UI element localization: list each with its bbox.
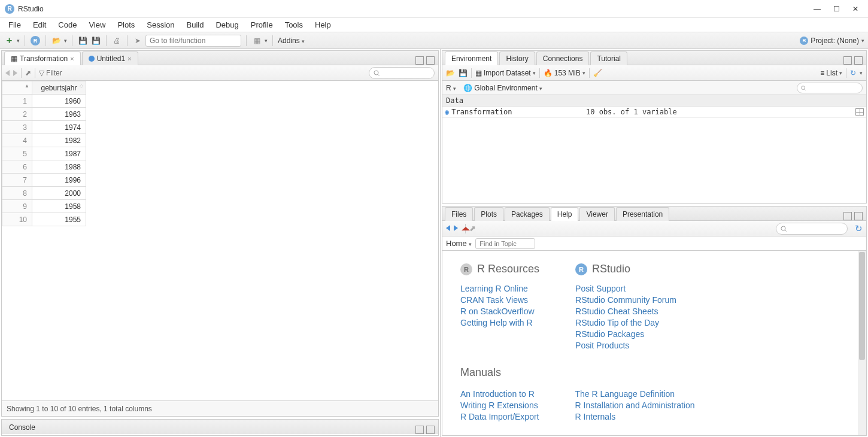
help-forward-button[interactable] [454,224,458,233]
menu-help[interactable]: Help [310,19,336,31]
save-button[interactable]: 💾 [77,35,88,46]
env-tab-environment[interactable]: Environment [445,51,498,65]
print-button[interactable]: 🖨 [111,35,122,46]
table-row[interactable]: 101955 [2,213,86,226]
refresh-env-menu[interactable]: ▾ [860,70,863,76]
manual-link[interactable]: An Introduction to R [460,389,539,399]
filter-button[interactable]: ▽ Filter [39,69,62,77]
cell-value[interactable]: 1987 [32,147,86,160]
minimize-pane-button[interactable] [843,212,852,220]
memory-usage[interactable]: 🔥 153 MiB ▾ [544,69,585,77]
load-workspace-button[interactable]: 📂 [446,69,455,77]
resource-link[interactable]: Learning R Online [460,284,539,293]
rownum-header[interactable]: ▲ [2,81,32,95]
menu-file[interactable]: File [4,19,26,31]
help-tab-presentation[interactable]: Presentation [616,207,669,221]
rstudio-link[interactable]: RStudio Cheat Sheets [575,306,676,316]
data-grid[interactable]: ▲ geburtsjahr◇ 1196021963319744198251987… [2,81,438,400]
popout-button[interactable]: ⬈ [25,69,31,77]
env-tab-history[interactable]: History [499,51,535,65]
menu-edit[interactable]: Edit [28,19,51,31]
rstudio-link[interactable]: Posit Support [575,284,676,293]
menu-debug[interactable]: Debug [211,19,243,31]
dataview-search-input[interactable] [369,67,435,79]
table-row[interactable]: 51987 [2,147,86,160]
help-scrollbar[interactable] [858,251,866,435]
resource-link[interactable]: R on StackOverflow [460,306,539,316]
maximize-pane-button[interactable] [854,56,863,65]
table-row[interactable]: 11960 [2,95,86,108]
help-tab-help[interactable]: Help [551,207,579,221]
list-view-button[interactable]: ≡ List ▾ [820,69,842,77]
env-lang-selector[interactable]: R ▾ [446,84,456,92]
open-recent-menu[interactable]: ▾ [64,38,67,44]
table-row[interactable]: 61988 [2,160,86,174]
table-row[interactable]: 71996 [2,174,86,187]
env-tab-tutorial[interactable]: Tutorial [590,51,627,65]
source-tab-transformation[interactable]: ▦ Transformation × [4,51,81,65]
new-project-button[interactable]: R [30,35,41,46]
save-workspace-button[interactable]: 💾 [459,69,468,77]
column-header[interactable]: geburtsjahr◇ [32,81,86,95]
help-search-input[interactable] [776,223,848,235]
help-content[interactable]: R R Resources Learning R OnlineCRAN Task… [442,251,866,435]
new-file-menu[interactable]: ▾ [17,38,20,44]
goto-file-input[interactable] [145,35,241,47]
rstudio-link[interactable]: RStudio Packages [575,329,676,339]
manual-link[interactable]: The R Language Definition [575,389,695,399]
manual-link[interactable]: R Data Import/Export [460,412,539,421]
rstudio-link[interactable]: RStudio Community Forum [575,295,676,305]
manual-link[interactable]: R Internals [575,412,695,421]
help-refresh-button[interactable]: ↻ [855,223,863,234]
source-tab-untitled1[interactable]: Untitled1 × [82,51,138,65]
minimize-pane-button[interactable] [415,426,424,434]
help-popout-button[interactable]: ⬈ [469,224,476,233]
expand-icon[interactable]: ◉ [445,108,449,116]
cell-value[interactable]: 1996 [32,174,86,187]
scrollbar-thumb[interactable] [859,252,865,360]
close-tab-icon[interactable]: × [128,55,131,62]
close-button[interactable]: ✕ [851,5,860,13]
find-in-topic-input[interactable] [475,238,535,249]
env-search-input[interactable] [797,83,863,93]
cell-value[interactable]: 1988 [32,160,86,174]
menu-session[interactable]: Session [142,19,179,31]
resource-link[interactable]: Getting Help with R [460,318,539,327]
addins-button[interactable]: Addins ▾ [278,37,305,45]
import-dataset-button[interactable]: ▦ Import Dataset ▾ [475,69,536,77]
menu-plots[interactable]: Plots [113,19,139,31]
env-item[interactable]: ◉ Transformation10 obs. of 1 variable [442,107,866,118]
help-tab-files[interactable]: Files [445,207,473,221]
new-file-button[interactable]: ＋ [4,35,14,46]
rstudio-link[interactable]: Posit Products [575,341,676,350]
project-selector[interactable]: R Project: (None) ▾ [800,37,864,45]
table-row[interactable]: 91958 [2,200,86,213]
table-row[interactable]: 41982 [2,134,86,147]
minimize-button[interactable]: — [813,5,821,13]
cell-value[interactable]: 1982 [32,134,86,147]
help-tab-plots[interactable]: Plots [474,207,503,221]
console-tab[interactable]: Console [4,421,40,434]
help-home-label[interactable]: Home ▾ [446,239,472,248]
table-row[interactable]: 21963 [2,108,86,121]
table-row[interactable]: 82000 [2,187,86,200]
cell-value[interactable]: 2000 [32,187,86,200]
cell-value[interactable]: 1974 [32,121,86,134]
help-tab-viewer[interactable]: Viewer [579,207,614,221]
help-back-button[interactable] [446,224,450,233]
menu-tools[interactable]: Tools [280,19,308,31]
close-tab-icon[interactable]: × [70,55,74,62]
maximize-button[interactable]: ☐ [832,5,840,13]
workspace-panes-menu[interactable]: ▾ [265,38,268,44]
manual-link[interactable]: Writing R Extensions [460,400,539,410]
table-row[interactable]: 31974 [2,121,86,134]
env-tab-connections[interactable]: Connections [536,51,590,65]
menu-build[interactable]: Build [182,19,209,31]
cell-value[interactable]: 1958 [32,200,86,213]
menu-profile[interactable]: Profile [246,19,278,31]
refresh-env-button[interactable]: ↻ [850,69,856,77]
maximize-pane-button[interactable] [426,426,435,434]
manual-link[interactable]: R Installation and Administration [575,400,695,410]
cell-value[interactable]: 1955 [32,213,86,226]
menu-view[interactable]: View [84,19,110,31]
